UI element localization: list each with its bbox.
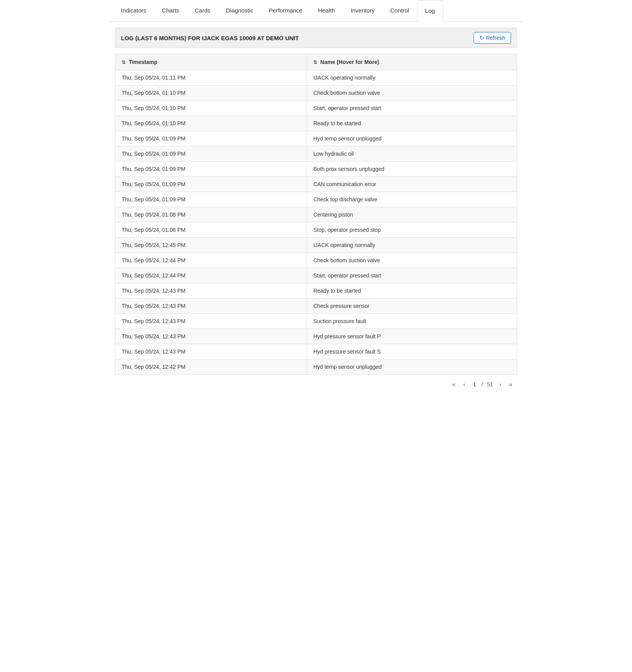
timestamp-cell: Thu, Sep 05/24, 01:09 PM — [115, 162, 307, 177]
refresh-button[interactable]: ↻ Refresh — [474, 32, 511, 44]
page-separator: / — [481, 380, 484, 389]
timestamp-cell: Thu, Sep 05/24, 01:08 PM — [115, 207, 307, 222]
timestamp-cell: Thu, Sep 05/24, 01:08 PM — [115, 222, 307, 238]
first-page-button[interactable]: « — [449, 379, 458, 389]
nav-item-log[interactable]: Log — [417, 0, 443, 22]
table-row: Thu, Sep 05/24, 12:42 PMHyd temp sensor … — [115, 359, 517, 375]
nav-bar: IndicatorsChartsCardsDiagnosticPerforman… — [109, 0, 523, 22]
refresh-label: Refresh — [486, 35, 505, 41]
table-row: Thu, Sep 05/24, 01:10 PMReady to be star… — [115, 116, 517, 131]
main-content: LOG (LAST 6 MONTHS) FOR IJACK EGAS 10009… — [109, 22, 523, 400]
nav-item-control[interactable]: Control — [382, 0, 417, 21]
table-row: Thu, Sep 05/24, 01:09 PMBoth prox sensor… — [115, 162, 517, 177]
table-row: Thu, Sep 05/24, 01:09 PMLow hydraulic oi… — [115, 146, 517, 162]
name-cell: Check pressure sensor — [307, 299, 517, 314]
total-pages: 51 — [485, 380, 495, 389]
nav-item-health[interactable]: Health — [310, 0, 343, 21]
nav-item-indicators[interactable]: Indicators — [113, 0, 154, 21]
sort-arrow-name: ⇅ — [313, 60, 317, 65]
name-cell: IJACK operating normally — [307, 70, 517, 85]
timestamp-cell: Thu, Sep 05/24, 12:44 PM — [115, 253, 307, 268]
table-row: Thu, Sep 05/24, 12:44 PMCheck bottom suc… — [115, 253, 517, 268]
timestamp-cell: Thu, Sep 05/24, 12:45 PM — [115, 238, 307, 253]
timestamp-cell: Thu, Sep 05/24, 01:09 PM — [115, 177, 307, 192]
table-row: Thu, Sep 05/24, 12:43 PMReady to be star… — [115, 283, 517, 299]
log-table: ⇅ Timestamp ⇅ Name (Hover for More) Thu,… — [115, 54, 517, 375]
table-row: Thu, Sep 05/24, 01:08 PMCentering piston — [115, 207, 517, 222]
timestamp-cell: Thu, Sep 05/24, 12:43 PM — [115, 344, 307, 359]
nav-item-charts[interactable]: Charts — [154, 0, 187, 21]
table-row: Thu, Sep 05/24, 12:45 PMIJACK operating … — [115, 238, 517, 253]
timestamp-cell: Thu, Sep 05/24, 12:43 PM — [115, 329, 307, 344]
timestamp-cell: Thu, Sep 05/24, 12:42 PM — [115, 359, 307, 375]
name-cell: Both prox sensors unplugged — [307, 162, 517, 177]
nav-item-cards[interactable]: Cards — [187, 0, 218, 21]
table-header-row: ⇅ Timestamp ⇅ Name (Hover for More) — [115, 54, 517, 70]
name-cell: Suction pressure fault — [307, 314, 517, 329]
timestamp-cell: Thu, Sep 05/24, 01:10 PM — [115, 85, 307, 101]
timestamp-cell: Thu, Sep 05/24, 01:10 PM — [115, 116, 307, 131]
nav-item-inventory[interactable]: Inventory — [343, 0, 383, 21]
name-column-label: Name (Hover for More) — [320, 59, 379, 65]
timestamp-cell: Thu, Sep 05/24, 01:09 PM — [115, 131, 307, 146]
nav-item-performance[interactable]: Performance — [261, 0, 310, 21]
table-row: Thu, Sep 05/24, 12:44 PMStart, operator … — [115, 268, 517, 283]
sort-arrow-timestamp: ⇅ — [122, 60, 126, 65]
name-cell: Low hydraulic oil — [307, 146, 517, 162]
timestamp-cell: Thu, Sep 05/24, 01:09 PM — [115, 146, 307, 162]
table-row: Thu, Sep 05/24, 01:10 PMStart, operator … — [115, 101, 517, 116]
nav-item-diagnostic[interactable]: Diagnostic — [218, 0, 261, 21]
section-title: LOG (LAST 6 MONTHS) FOR IJACK EGAS 10009… — [121, 35, 299, 41]
name-cell: Ready to be started — [307, 116, 517, 131]
timestamp-cell: Thu, Sep 05/24, 12:43 PM — [115, 283, 307, 299]
table-row: Thu, Sep 05/24, 12:43 PMHyd pressure sen… — [115, 344, 517, 359]
pagination: « ‹ 1 / 51 › » — [115, 375, 517, 394]
last-page-button[interactable]: » — [506, 379, 515, 389]
prev-page-button[interactable]: ‹ — [460, 379, 468, 389]
table-row: Thu, Sep 05/24, 12:43 PMSuction pressure… — [115, 314, 517, 329]
table-row: Thu, Sep 05/24, 01:09 PMCheck top discha… — [115, 192, 517, 207]
name-cell: Ready to be started — [307, 283, 517, 299]
refresh-icon: ↻ — [479, 35, 484, 41]
timestamp-cell: Thu, Sep 05/24, 12:43 PM — [115, 314, 307, 329]
name-column-header[interactable]: ⇅ Name (Hover for More) — [307, 54, 517, 70]
name-cell: Hyd pressure sensor fault S — [307, 344, 517, 359]
name-cell: Start, operator pressed start — [307, 268, 517, 283]
timestamp-cell: Thu, Sep 05/24, 01:11 PM — [115, 70, 307, 85]
timestamp-cell: Thu, Sep 05/24, 01:10 PM — [115, 101, 307, 116]
name-cell: Check top discharge valve — [307, 192, 517, 207]
timestamp-cell: Thu, Sep 05/24, 12:44 PM — [115, 268, 307, 283]
name-cell: Hyd temp sensor unplugged — [307, 359, 517, 375]
timestamp-cell: Thu, Sep 05/24, 12:43 PM — [115, 299, 307, 314]
current-page: 1 — [470, 380, 479, 389]
table-row: Thu, Sep 05/24, 01:09 PMHyd temp sensor … — [115, 131, 517, 146]
name-cell: Check bottom suction valve — [307, 85, 517, 101]
table-row: Thu, Sep 05/24, 12:43 PMHyd pressure sen… — [115, 329, 517, 344]
next-page-button[interactable]: › — [496, 379, 504, 389]
name-cell: Check bottom suction valve — [307, 253, 517, 268]
table-row: Thu, Sep 05/24, 01:09 PMCAN communicatio… — [115, 177, 517, 192]
timestamp-cell: Thu, Sep 05/24, 01:09 PM — [115, 192, 307, 207]
table-row: Thu, Sep 05/24, 01:10 PMCheck bottom suc… — [115, 85, 517, 101]
name-cell: Stop, operator pressed stop — [307, 222, 517, 238]
name-cell: Hyd pressure sensor fault P — [307, 329, 517, 344]
timestamp-column-label: Timestamp — [129, 59, 158, 65]
table-row: Thu, Sep 05/24, 12:43 PMCheck pressure s… — [115, 299, 517, 314]
section-header: LOG (LAST 6 MONTHS) FOR IJACK EGAS 10009… — [115, 28, 517, 48]
name-cell: Centering piston — [307, 207, 517, 222]
timestamp-column-header[interactable]: ⇅ Timestamp — [115, 54, 307, 70]
table-row: Thu, Sep 05/24, 01:11 PMIJACK operating … — [115, 70, 517, 85]
name-cell: IJACK operating normally — [307, 238, 517, 253]
name-cell: CAN communication error — [307, 177, 517, 192]
table-row: Thu, Sep 05/24, 01:08 PMStop, operator p… — [115, 222, 517, 238]
name-cell: Start, operator pressed start — [307, 101, 517, 116]
name-cell: Hyd temp sensor unplugged — [307, 131, 517, 146]
